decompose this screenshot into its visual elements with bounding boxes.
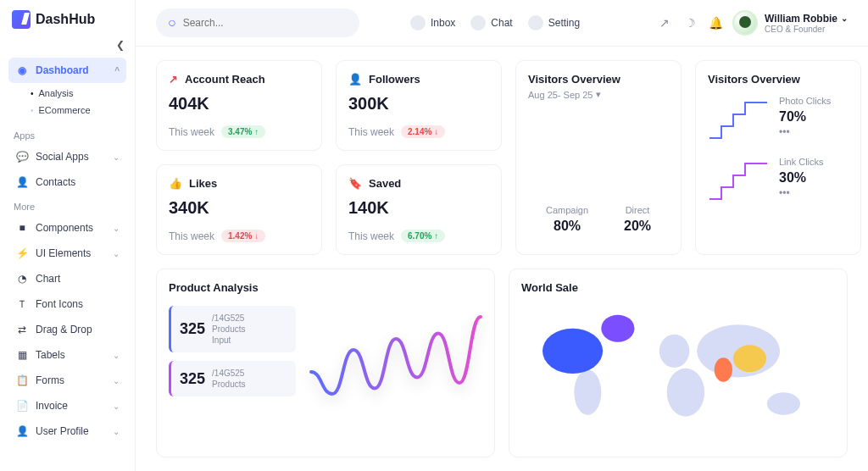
stat-period: This week bbox=[348, 230, 394, 242]
product-item[interactable]: 325 /14G525ProductsInput bbox=[169, 306, 296, 352]
sidebar-sub-analysis[interactable]: Analysis bbox=[31, 85, 126, 102]
svg-point-8 bbox=[601, 315, 634, 342]
sidebar-item-font-icons[interactable]: Ｔ Font Icons bbox=[8, 291, 126, 317]
card-title: Visitors Overview bbox=[528, 73, 669, 86]
chevron-down-icon: ⌄ bbox=[841, 14, 848, 23]
product-analysis-card: Product Analysis 325 /14G525ProductsInpu… bbox=[156, 269, 495, 457]
overview-label: Link Clicks bbox=[779, 157, 824, 167]
date-range-selector[interactable]: Aug 25- Sep 25 ▾ bbox=[528, 89, 669, 100]
overview-label: Photo Clicks bbox=[779, 96, 831, 106]
product-number: 325 bbox=[180, 320, 205, 338]
inbox-link[interactable]: Inbox bbox=[410, 15, 455, 30]
chat-bubble-icon: 💬 bbox=[15, 150, 29, 163]
product-number: 325 bbox=[180, 370, 205, 388]
sidebar-item-label: Components bbox=[36, 222, 93, 234]
like-icon: 👍 bbox=[169, 177, 182, 190]
chevron-down-icon: ⌄ bbox=[113, 152, 120, 162]
overview-row: Link Clicks 30% ••• bbox=[708, 157, 849, 208]
sidebar-item-label: User Profile bbox=[36, 425, 89, 437]
product-meta: /14G525Products bbox=[212, 368, 245, 390]
chevron-down-icon: ⌄ bbox=[113, 376, 120, 385]
visitors-overview-card: Visitors Overview Aug 25- Sep 25 ▾ bbox=[515, 60, 682, 255]
chevron-left-icon: ❮ bbox=[116, 39, 125, 51]
cube-icon: ■ bbox=[15, 221, 29, 235]
sidebar-item-contacts[interactable]: 👤 Contacts bbox=[8, 169, 126, 195]
profile-icon: 👤 bbox=[15, 424, 29, 438]
sidebar-section-apps: Apps bbox=[8, 124, 126, 144]
sidebar-item-dashboard[interactable]: ◉ Dashboard ^ bbox=[8, 58, 126, 83]
sidebar-item-chart[interactable]: ◔ Chart bbox=[8, 266, 126, 291]
sidebar-item-social-apps[interactable]: 💬 Social Apps ⌄ bbox=[8, 144, 126, 169]
stat-delta-badge: 6.70% ↑ bbox=[401, 230, 445, 242]
logo-icon bbox=[12, 10, 31, 29]
chevron-down-icon: ▾ bbox=[596, 89, 601, 100]
overview-pct: 70% bbox=[779, 109, 831, 125]
logo[interactable]: DashHub bbox=[0, 0, 135, 39]
avatar bbox=[732, 10, 758, 36]
svg-point-6 bbox=[767, 392, 800, 415]
chevron-down-icon: ⌄ bbox=[113, 224, 120, 233]
sidebar-item-ui-elements[interactable]: ⚡ UI Elements ⌄ bbox=[8, 241, 126, 266]
expand-icon[interactable]: ↗ bbox=[656, 14, 673, 31]
card-title: World Sale bbox=[521, 281, 835, 294]
sidebar-submenu: Analysis ECommerce bbox=[8, 83, 126, 124]
more-menu-icon[interactable]: ••• bbox=[779, 187, 824, 199]
bolt-icon: ⚡ bbox=[15, 247, 29, 260]
user-menu[interactable]: William Robbie⌄ CEO & Founder bbox=[732, 10, 848, 36]
reach-icon: ↗ bbox=[169, 73, 178, 86]
clicks-overview-card: Visitors Overview Photo Clicks 70% ••• L… bbox=[695, 60, 861, 255]
stat-delta-badge: 3.47% ↑ bbox=[221, 125, 265, 138]
sidebar-item-forms[interactable]: 📋 Forms ⌄ bbox=[8, 368, 126, 393]
product-item[interactable]: 325 /14G525Products bbox=[169, 361, 296, 396]
chevron-down-icon: ⌄ bbox=[113, 427, 120, 436]
search-box[interactable]: ○ bbox=[156, 8, 359, 37]
card-title: Visitors Overview bbox=[708, 73, 849, 86]
brand-name: DashHub bbox=[36, 12, 95, 27]
setting-link[interactable]: Setting bbox=[528, 15, 580, 30]
stat-period: This week bbox=[169, 126, 214, 138]
sidebar: DashHub ❮ ◉ Dashboard ^ Analysis ECommer… bbox=[0, 0, 136, 471]
dot-icon bbox=[410, 15, 426, 30]
search-input[interactable] bbox=[183, 17, 348, 29]
more-menu-icon[interactable]: ••• bbox=[779, 126, 831, 138]
sidebar-item-label: Social Apps bbox=[36, 151, 89, 163]
step-chart-icon bbox=[708, 96, 769, 147]
product-meta: /14G525ProductsInput bbox=[212, 313, 245, 346]
user-role: CEO & Founder bbox=[765, 25, 848, 34]
chat-link[interactable]: Chat bbox=[470, 15, 512, 30]
sidebar-collapse-button[interactable]: ❮ bbox=[0, 39, 135, 58]
chevron-up-icon: ^ bbox=[114, 66, 120, 75]
user-name: William Robbie⌄ bbox=[765, 13, 848, 25]
stat-card-reach: ↗Account Reach 404K This week3.47% ↑ bbox=[156, 60, 322, 151]
step-chart-icon bbox=[708, 157, 769, 208]
sidebar-item-drag-drop[interactable]: ⇄ Drag & Drop bbox=[8, 317, 126, 342]
sidebar-item-invoice[interactable]: 📄 Invoice ⌄ bbox=[8, 393, 126, 418]
header: ○ InboxChatSetting ↗ ☽ 🔔 William Robbie⌄… bbox=[136, 0, 868, 47]
sidebar-sub-ecommerce[interactable]: ECommerce bbox=[31, 102, 126, 119]
direct-label: Direct bbox=[624, 205, 651, 215]
bell-icon[interactable]: 🔔 bbox=[707, 14, 724, 31]
chevron-down-icon: ⌄ bbox=[113, 402, 120, 411]
overview-pct: 30% bbox=[779, 170, 824, 186]
stat-period: This week bbox=[169, 230, 214, 242]
sidebar-item-tabels[interactable]: ▦ Tabels ⌄ bbox=[8, 342, 126, 368]
moon-icon[interactable]: ☽ bbox=[682, 14, 698, 31]
stat-card-saved: 🔖Saved 140K This week6.70% ↑ bbox=[336, 164, 502, 255]
search-icon: ○ bbox=[168, 15, 176, 30]
sidebar-item-label: Forms bbox=[36, 374, 64, 386]
sidebar-item-label: Chart bbox=[36, 273, 60, 285]
stat-value: 404K bbox=[169, 94, 309, 114]
svg-point-1 bbox=[574, 370, 601, 415]
sidebar-item-components[interactable]: ■ Components ⌄ bbox=[8, 215, 126, 241]
chevron-down-icon: ⌄ bbox=[113, 249, 120, 258]
sidebar-item-user-profile[interactable]: 👤 User Profile ⌄ bbox=[8, 418, 126, 444]
stat-delta-badge: 2.14% ↓ bbox=[401, 125, 445, 138]
campaign-label: Campaign bbox=[546, 205, 588, 215]
followers-icon: 👤 bbox=[348, 73, 362, 86]
svg-point-9 bbox=[715, 357, 732, 381]
stat-title: Account Reach bbox=[185, 73, 265, 86]
world-map bbox=[521, 306, 835, 445]
stat-delta-badge: 1.42% ↓ bbox=[221, 230, 265, 242]
product-wave-chart bbox=[309, 306, 482, 416]
stat-title: Followers bbox=[369, 73, 420, 86]
